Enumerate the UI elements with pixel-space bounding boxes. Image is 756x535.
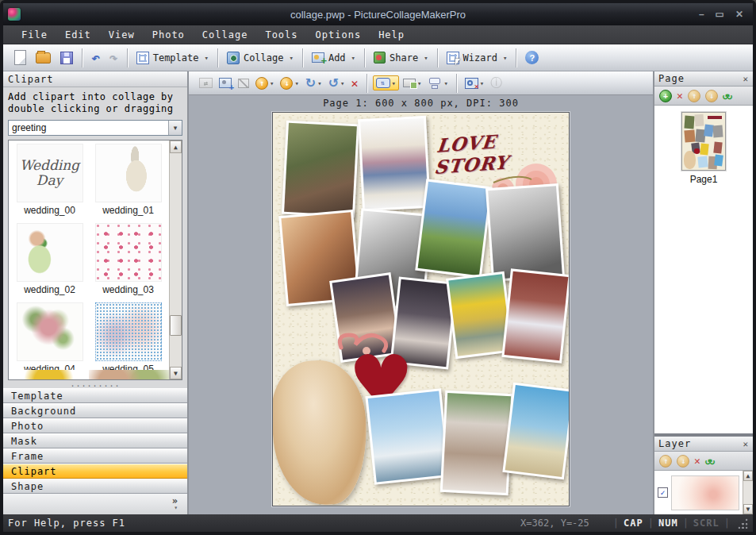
delete-page-button[interactable]: ✕ xyxy=(677,90,683,102)
accordion-item-clipart-active[interactable]: Clipart xyxy=(3,464,187,479)
add-label: Add xyxy=(328,52,346,64)
chevron-down-icon[interactable]: ▾ xyxy=(417,79,421,87)
chevron-down-icon[interactable]: ▾ xyxy=(174,505,178,511)
delete-layer-button[interactable]: ✕ xyxy=(694,455,700,467)
align-button[interactable]: ⇅▾ xyxy=(373,75,399,90)
collage-page[interactable]: LOVE STORY xyxy=(272,112,570,506)
scroll-up-icon[interactable]: ▲ xyxy=(170,140,182,153)
collage-photo-bw-kneeling-man[interactable] xyxy=(485,183,565,282)
chevron-down-icon[interactable]: ▾ xyxy=(270,79,274,87)
preview-button[interactable]: ✕▾ xyxy=(462,76,486,90)
add-button[interactable]: Add ▾ xyxy=(307,50,360,66)
clipart-panel: Clipart Add clipart into collage by doub… xyxy=(3,71,189,514)
rotate-cw-button[interactable]: ↻▾ xyxy=(303,74,324,92)
scroll-lock-indicator: SCRL xyxy=(689,518,724,529)
add-photo-button[interactable] xyxy=(217,76,234,90)
wizard-button[interactable]: Wizard ▾ xyxy=(442,49,512,67)
layer-scrollbar[interactable]: ▲ ▼ xyxy=(743,471,753,514)
clipart-item-wedding-02[interactable]: wedding_02 xyxy=(10,223,89,302)
save-floppy-icon xyxy=(60,52,73,64)
accordion-item-photo[interactable]: Photo xyxy=(3,418,187,433)
clipart-scrollbar[interactable]: ▲ ▼ xyxy=(169,140,182,379)
resize-grip[interactable] xyxy=(738,518,748,529)
accordion-item-background[interactable]: Background xyxy=(3,403,187,418)
same-size-button[interactable]: ▾ xyxy=(425,76,450,90)
layer-visibility-checkbox[interactable]: ✓ xyxy=(658,487,668,498)
help-button[interactable]: ? xyxy=(520,48,543,67)
bring-forward-button[interactable]: ↑▾ xyxy=(253,75,276,91)
clipart-thumb-rose-branch xyxy=(17,302,83,361)
clipart-item-wedding-04[interactable]: wedding_04 xyxy=(10,302,89,379)
add-page-button[interactable]: + xyxy=(659,90,672,102)
menu-view[interactable]: View xyxy=(100,28,144,42)
layout-button[interactable]: ▾ xyxy=(401,77,424,89)
add-photo-icon xyxy=(312,52,324,63)
keyboard-indicators: | CAP | NUM | SCRL | xyxy=(613,518,730,529)
template-button[interactable]: Template ▾ xyxy=(132,49,213,67)
scroll-up-icon[interactable]: ▲ xyxy=(743,471,753,481)
delete-object-button[interactable]: ✕ xyxy=(349,75,361,92)
chevron-down-icon[interactable]: ▾ xyxy=(443,79,447,87)
collage-photo-bride-veil-closeup[interactable] xyxy=(440,391,514,495)
new-button[interactable] xyxy=(10,48,31,67)
chevron-down-icon[interactable]: ▾ xyxy=(317,79,321,87)
rotate-ccw-button[interactable]: ↺▾ xyxy=(326,74,347,92)
clipart-item-wedding-00[interactable]: Wedding Day wedding_00 xyxy=(10,144,89,223)
menu-help[interactable]: Help xyxy=(370,28,413,42)
crop-button xyxy=(236,77,251,90)
menu-options[interactable]: Options xyxy=(307,28,370,42)
toolbar-separator xyxy=(456,74,457,93)
clipart-item-wedding-03[interactable]: wedding_03 xyxy=(89,223,167,302)
close-icon[interactable]: ✕ xyxy=(743,74,749,84)
clipart-item-wedding-01[interactable]: wedding_01 xyxy=(89,144,167,223)
clipart-category-select[interactable]: greeting ▾ xyxy=(8,120,182,136)
send-backward-button[interactable]: ↓▾ xyxy=(278,75,301,91)
layer-row-rose[interactable]: ✓ xyxy=(654,471,743,514)
collage-button[interactable]: Collage ▾ xyxy=(222,49,298,67)
panel-splitter[interactable]: ......... xyxy=(3,380,187,388)
collage-photo-shopping-couple[interactable] xyxy=(358,116,431,211)
scroll-down-icon[interactable]: ▼ xyxy=(743,504,753,514)
canvas-area: Page 1: 600 x 800 px, DPI: 300 LOVE STOR… xyxy=(189,95,653,514)
caps-lock-indicator: CAP xyxy=(619,518,648,529)
collage-photo-kissing-couple[interactable] xyxy=(282,121,359,218)
refresh-pages-icon[interactable]: ↺↻ xyxy=(723,90,731,102)
menu-edit[interactable]: Edit xyxy=(56,28,100,42)
collage-photo-beach-kiss[interactable] xyxy=(365,388,450,484)
clipart-item-wedding-05-selected[interactable]: wedding_05 xyxy=(89,302,167,379)
menu-tools[interactable]: Tools xyxy=(256,28,306,42)
move-layer-down-button: ↓ xyxy=(677,455,689,468)
collage-photo-bride-groom-red[interactable] xyxy=(501,268,570,363)
collage-photo-couple-greenery[interactable] xyxy=(415,179,493,278)
accordion-item-frame[interactable]: Frame xyxy=(3,448,187,464)
template-label: Template xyxy=(153,52,199,64)
toolbar-separator xyxy=(437,48,438,67)
save-button[interactable] xyxy=(56,49,78,67)
redo-button[interactable]: ↷ xyxy=(105,49,123,67)
chevron-down-icon: ▾ xyxy=(351,54,355,62)
chevron-down-icon[interactable]: ▾ xyxy=(340,79,344,87)
menu-photo[interactable]: Photo xyxy=(144,28,194,42)
menu-collage[interactable]: Collage xyxy=(194,28,257,42)
accordion-item-template[interactable]: Template xyxy=(3,388,187,403)
close-icon[interactable]: ✕ xyxy=(743,439,749,449)
clipart-partial-row xyxy=(9,370,169,379)
page-thumbnail[interactable] xyxy=(681,112,726,171)
chevron-down-icon[interactable]: ▾ xyxy=(294,79,298,87)
scrollbar-thumb[interactable] xyxy=(170,315,182,336)
chevron-down-icon[interactable]: ▾ xyxy=(480,79,484,87)
layer-panel-header: Layer ✕ xyxy=(654,437,753,452)
accordion-item-mask[interactable]: Mask xyxy=(3,433,187,448)
share-button[interactable]: Share ▾ xyxy=(369,49,433,66)
chevron-down-icon: ▾ xyxy=(168,121,182,135)
accordion-item-shape[interactable]: Shape xyxy=(3,479,187,494)
scroll-down-icon[interactable]: ▼ xyxy=(170,367,182,379)
refresh-layers-icon[interactable]: ↺↻ xyxy=(705,456,713,467)
menu-file[interactable]: File xyxy=(13,28,56,42)
undo-button[interactable]: ↶ xyxy=(86,49,105,67)
open-button[interactable] xyxy=(31,50,56,66)
page-panel-title: Page xyxy=(658,73,685,84)
clipart-category-value: greeting xyxy=(9,122,168,133)
chevron-down-icon[interactable]: ▾ xyxy=(392,79,396,87)
collage-photo-beach-walking-couple[interactable] xyxy=(502,383,570,480)
